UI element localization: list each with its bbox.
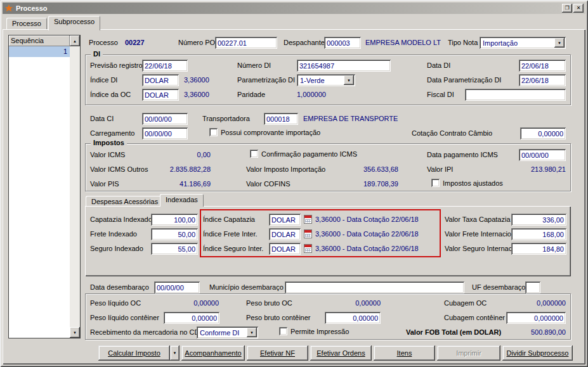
indice-seguro-label: Índice Seguro Inter. [203, 245, 263, 252]
valor-cofins-label: Valor COFINS [246, 180, 290, 188]
peso-bruto-conteiner-label: Peso bruto contêiner [246, 314, 311, 321]
calendar-icon[interactable] [304, 215, 312, 224]
data-parametrizacao-di-input[interactable] [519, 74, 566, 86]
scroll-up-icon[interactable]: ▲ [70, 35, 80, 46]
parametrizacao-di-value: 1-Verde [297, 77, 344, 84]
numero-di-input[interactable] [297, 60, 391, 72]
cubagem-conteiner-input[interactable] [506, 312, 566, 324]
frete-indexado-input[interactable] [151, 228, 198, 240]
calendar-icon[interactable] [304, 229, 312, 238]
indice-di-label: Índice DI [90, 76, 117, 84]
maximize-icon[interactable]: ❐ [562, 4, 572, 13]
tab-indexadas[interactable]: Indexadas [160, 194, 204, 207]
data-ci-input[interactable] [142, 113, 188, 125]
valor-seguro-internacional-input[interactable] [511, 243, 566, 255]
efetivar-ordens-button[interactable]: Efetivar Ordens [310, 345, 372, 361]
data-pagamento-icms-label: Data pagamento ICMS [427, 151, 498, 158]
parametrizacao-di-dropdown[interactable]: 1-Verde ▼ [297, 74, 355, 86]
carregamento-input[interactable] [142, 127, 188, 139]
tipo-nota-dropdown[interactable]: Importação ▼ [480, 37, 566, 49]
impostos-ajustados-checkbox[interactable]: Impostos ajustados [431, 179, 503, 187]
indice-di-rate: 3,36000 [184, 76, 209, 84]
impostos-group-label: Impostos [91, 139, 127, 146]
data-parametrizacao-di-label: Data Parametrização DI [427, 76, 501, 84]
numero-po-input[interactable] [215, 37, 277, 49]
cotacao-cambio-input[interactable] [520, 127, 566, 139]
calcular-imposto-button[interactable]: Calcular Imposto [98, 345, 170, 361]
data-desembaraco-label: Data desembaraço [90, 283, 149, 291]
chevron-down-icon: ▼ [344, 75, 354, 85]
efetivar-ordens-button-label: Efetivar Ordens [317, 349, 365, 357]
peso-bruto-conteiner-input[interactable] [325, 312, 381, 324]
impostos-ajustados-checkbox-label: Impostos ajustados [443, 179, 503, 187]
peso-bruto-oc-label: Peso bruto OC [246, 299, 292, 307]
confirmacao-icms-checkbox-label: Confirmação pagamento ICMS [261, 150, 357, 158]
peso-bruto-oc-value: 0,00000 [320, 299, 381, 307]
capatazia-indexado-input[interactable] [151, 214, 198, 226]
tab-processo[interactable]: Processo [6, 18, 47, 29]
sequence-row-selected[interactable]: 1 [9, 46, 70, 57]
sequence-scrollbar-track[interactable] [70, 46, 80, 327]
processo-label: Processo [89, 39, 118, 46]
valor-icms-outros-value: 2.835.882,28 [152, 165, 211, 173]
efetivar-nf-button[interactable]: Efetivar NF [247, 345, 308, 361]
indice-seguro-input[interactable] [269, 243, 301, 255]
cubagem-oc-value: 0,000000 [506, 299, 566, 307]
recebimento-cd-dropdown[interactable]: Conforme DI ▼ [197, 326, 258, 338]
despachante-label: Despachante [284, 39, 325, 46]
valor-taxa-capatazia-input[interactable] [511, 214, 566, 226]
indice-oc-rate: 3,36000 [184, 91, 209, 98]
sequence-panel: Sequência ▲ 1 ▼ [8, 35, 81, 338]
valor-icms-label: Valor ICMS [90, 151, 125, 158]
municipio-desembaraco-label: Município desembaraço [209, 283, 284, 291]
acompanhamento-button[interactable]: Acompanhamento [181, 345, 245, 361]
permite-impressao-checkbox[interactable]: Permite Impressão [279, 327, 349, 335]
previsao-registro-label: Previsão registro [90, 61, 143, 69]
indice-frete-input[interactable] [269, 228, 301, 240]
indice-capatazia-input[interactable] [269, 214, 301, 226]
sequence-column-header[interactable]: Sequência [9, 35, 70, 46]
uf-desembaraco-input[interactable] [525, 281, 540, 293]
indice-seguro-rate: 3,36000 - Data Cotação 22/06/18 [315, 245, 419, 252]
calendar-icon[interactable] [304, 244, 312, 253]
calcular-imposto-dropdown-button[interactable]: ▼ [170, 345, 180, 361]
indice-capatazia-rate: 3,36000 - Data Cotação 22/06/18 [315, 216, 419, 223]
dividir-subprocesso-button-label: Dividir Subprocesso [507, 349, 569, 357]
data-di-input[interactable] [519, 60, 566, 72]
tab-despesas-acessorias-label: Despesas Acessórias [91, 198, 158, 205]
itens-button[interactable]: Itens [374, 345, 435, 361]
tab-subprocesso[interactable]: Subprocesso [48, 16, 100, 30]
chevron-down-icon: ▼ [554, 38, 565, 48]
close-icon[interactable]: ✕ [573, 4, 584, 13]
fiscal-di-input[interactable] [465, 89, 566, 101]
data-di-label: Data DI [427, 61, 450, 69]
scroll-down-icon[interactable]: ▼ [70, 327, 80, 338]
despachante-code-input[interactable] [324, 37, 361, 49]
peso-liquido-oc-label: Peso líquido OC [90, 299, 141, 307]
calcular-imposto-button-label: Calcular Imposto [108, 349, 160, 357]
tab-processo-label: Processo [12, 20, 41, 27]
valor-ipi-label: Valor IPI [427, 165, 453, 173]
indice-oc-label: Índice da OC [90, 91, 131, 98]
dividir-subprocesso-button[interactable]: Dividir Subprocesso [502, 345, 573, 361]
peso-liquido-conteiner-label: Peso líquido contêiner [90, 314, 159, 321]
valor-frete-internacional-input[interactable] [511, 228, 566, 240]
imprimir-button-label: Imprimir [456, 349, 481, 357]
peso-liquido-conteiner-input[interactable] [164, 312, 219, 324]
processo-value: 00227 [125, 39, 145, 46]
indice-di-input[interactable] [142, 74, 179, 86]
confirmacao-icms-checkbox[interactable]: Confirmação pagamento ICMS [250, 150, 357, 158]
tab-despesas-acessorias[interactable]: Despesas Acessórias [86, 196, 164, 206]
tab-subprocesso-label: Subprocesso [54, 18, 95, 25]
checkbox-icon [279, 327, 287, 335]
app-icon [4, 4, 13, 13]
municipio-desembaraco-input[interactable] [285, 281, 464, 293]
indice-oc-input[interactable] [142, 89, 179, 101]
transportadora-code-input[interactable] [264, 113, 298, 125]
comprovante-checkbox[interactable]: Possui comprovante importação [209, 128, 320, 136]
data-pagamento-icms-input[interactable] [519, 149, 566, 161]
di-group-label: DI [91, 50, 103, 58]
previsao-registro-input[interactable] [142, 60, 188, 72]
data-desembaraco-input[interactable] [154, 281, 200, 293]
seguro-indexado-input[interactable] [151, 243, 198, 255]
